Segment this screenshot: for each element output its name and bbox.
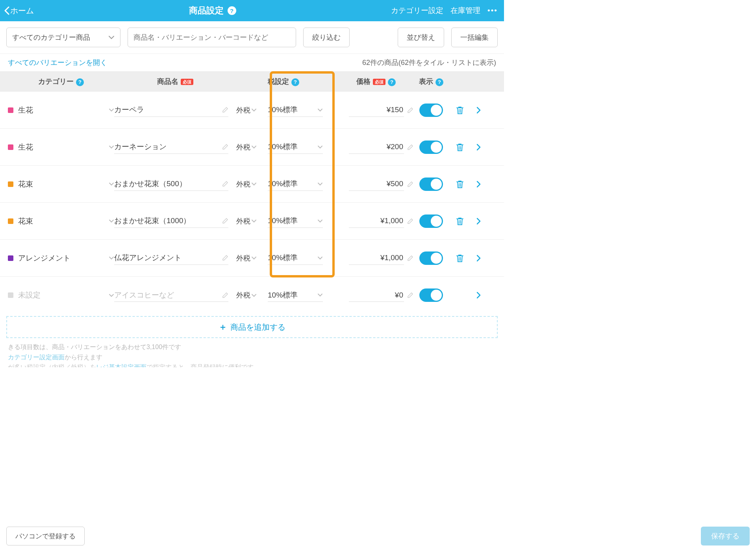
register-settings-link[interactable]: レジ基本設定画面 bbox=[96, 364, 146, 367]
product-name-placeholder: アイスコヒーなど bbox=[114, 290, 174, 300]
tax-mode-cell[interactable]: 外税 bbox=[236, 290, 264, 300]
category-cell[interactable]: 生花 bbox=[8, 142, 114, 152]
display-toggle[interactable] bbox=[419, 214, 443, 228]
help-icon[interactable]: ? bbox=[435, 78, 443, 86]
delete-button[interactable] bbox=[449, 216, 471, 226]
price-value: ¥0 bbox=[395, 291, 403, 300]
price-value: ¥150 bbox=[387, 105, 403, 114]
tax-rate-cell[interactable]: 10%標準 bbox=[264, 288, 339, 302]
help-icon[interactable]: ? bbox=[291, 78, 299, 86]
price-cell[interactable]: ¥500 bbox=[339, 178, 413, 191]
category-name: 生花 bbox=[18, 105, 104, 115]
chevron-down-icon bbox=[317, 256, 323, 260]
nav-stock-management[interactable]: 在庫管理 bbox=[450, 6, 480, 16]
row-expand-button[interactable] bbox=[471, 255, 486, 262]
price-cell[interactable]: ¥1,000 bbox=[339, 214, 413, 228]
product-name-cell[interactable]: カーペラ bbox=[114, 104, 236, 117]
required-badge: 必須 bbox=[373, 79, 385, 85]
price-cell[interactable]: ¥200 bbox=[339, 141, 413, 154]
price-value: ¥1,000 bbox=[380, 253, 403, 262]
chevron-down-icon bbox=[251, 256, 257, 260]
pencil-icon bbox=[222, 144, 228, 150]
row-expand-button[interactable] bbox=[471, 218, 486, 225]
pencil-icon bbox=[407, 181, 413, 187]
tax-mode-cell[interactable]: 外税 bbox=[236, 253, 264, 263]
help-icon[interactable]: ? bbox=[388, 78, 396, 86]
category-cell[interactable]: アレンジメント bbox=[8, 253, 114, 263]
row-expand-button[interactable] bbox=[471, 144, 486, 151]
tax-rate: 10%標準 bbox=[268, 290, 298, 300]
table-row: 生花カーネーション外税10%標準¥200 bbox=[0, 129, 504, 166]
product-name-cell[interactable]: アイスコヒーなど bbox=[114, 288, 236, 302]
table-row: 花束おまかせ花束（500）外税10%標準¥500 bbox=[0, 166, 504, 203]
display-toggle[interactable] bbox=[419, 104, 443, 117]
back-button[interactable]: ホーム bbox=[4, 6, 34, 16]
delete-button[interactable] bbox=[449, 105, 471, 115]
chevron-down-icon bbox=[251, 182, 257, 186]
price-value: ¥200 bbox=[387, 142, 403, 151]
pencil-icon bbox=[407, 218, 413, 224]
display-toggle[interactable] bbox=[419, 288, 443, 302]
price-cell[interactable]: ¥150 bbox=[339, 104, 413, 117]
required-badge: 必須 bbox=[181, 79, 193, 85]
category-swatch bbox=[8, 144, 13, 150]
help-icon[interactable]: ? bbox=[228, 6, 236, 15]
expand-variations-link[interactable]: すべてのバリエーションを開く bbox=[8, 58, 107, 67]
delete-button[interactable] bbox=[449, 142, 471, 152]
tax-rate-cell[interactable]: 10%標準 bbox=[264, 141, 339, 154]
bulk-edit-button[interactable]: 一括編集 bbox=[451, 28, 498, 47]
tax-rate-cell[interactable]: 10%標準 bbox=[264, 251, 339, 265]
pencil-icon bbox=[407, 144, 413, 150]
delete-button[interactable] bbox=[449, 253, 471, 263]
topbar: ホーム 商品設定 ? カテゴリー設定 在庫管理 ••• bbox=[0, 0, 504, 21]
header-name: 商品名必須 bbox=[114, 77, 236, 86]
tax-mode-label: 外税 bbox=[236, 290, 250, 300]
nav-category-settings[interactable]: カテゴリー設定 bbox=[391, 6, 443, 16]
price-cell[interactable]: ¥0 bbox=[339, 288, 413, 302]
chevron-down-icon bbox=[317, 219, 323, 223]
tax-mode-cell[interactable]: 外税 bbox=[236, 105, 264, 115]
delete-button[interactable] bbox=[449, 179, 471, 189]
tax-rate-cell[interactable]: 10%標準 bbox=[264, 214, 339, 228]
product-name-cell[interactable]: カーネーション bbox=[114, 141, 236, 154]
chevron-down-icon bbox=[251, 108, 257, 112]
category-cell[interactable]: 花束 bbox=[8, 216, 114, 226]
category-name: 花束 bbox=[18, 216, 104, 226]
tax-rate-cell[interactable]: 10%標準 bbox=[264, 104, 339, 117]
sort-button[interactable]: 並び替え bbox=[398, 28, 444, 47]
category-cell[interactable]: 未設定 bbox=[8, 290, 114, 300]
tax-mode-cell[interactable]: 外税 bbox=[236, 216, 264, 226]
pencil-icon bbox=[222, 107, 228, 113]
table-row: 花束おまかせ花束（1000）外税10%標準¥1,000 bbox=[0, 203, 504, 240]
search-input[interactable] bbox=[133, 33, 290, 42]
tax-mode-cell[interactable]: 外税 bbox=[236, 142, 264, 152]
product-name-cell[interactable]: おまかせ花束（500） bbox=[114, 178, 236, 191]
price-cell[interactable]: ¥1,000 bbox=[339, 251, 413, 265]
tax-rate-cell[interactable]: 10%標準 bbox=[264, 178, 339, 191]
tax-mode-label: 外税 bbox=[236, 253, 250, 263]
chevron-left-icon bbox=[4, 6, 9, 15]
add-product-button[interactable]: ＋ 商品を追加する bbox=[6, 316, 498, 338]
product-name-cell[interactable]: おまかせ花束（1000） bbox=[114, 214, 236, 228]
help-icon[interactable]: ? bbox=[76, 78, 84, 86]
row-expand-button[interactable] bbox=[471, 292, 486, 299]
category-cell[interactable]: 生花 bbox=[8, 105, 114, 115]
search-input-wrapper bbox=[128, 28, 296, 47]
table-header: カテゴリー? 商品名必須 税設定? 価格必須? 表示? bbox=[0, 71, 504, 92]
tax-mode-cell[interactable]: 外税 bbox=[236, 179, 264, 189]
category-cell[interactable]: 花束 bbox=[8, 179, 114, 189]
chevron-down-icon bbox=[317, 108, 323, 112]
row-expand-button[interactable] bbox=[471, 181, 486, 188]
category-filter-dropdown[interactable]: すべてのカテゴリー商品 bbox=[6, 28, 120, 47]
chevron-down-icon bbox=[317, 182, 323, 186]
product-name-cell[interactable]: 仏花アレンジメント bbox=[114, 251, 236, 265]
category-settings-link[interactable]: カテゴリー設定画面 bbox=[8, 354, 65, 361]
display-toggle[interactable] bbox=[419, 251, 443, 265]
header-price: 価格必須? bbox=[339, 77, 413, 86]
display-toggle[interactable] bbox=[419, 141, 443, 154]
filter-button[interactable]: 絞り込む bbox=[303, 28, 350, 47]
header-display: 表示? bbox=[413, 77, 449, 86]
category-swatch bbox=[8, 181, 13, 187]
display-toggle[interactable] bbox=[419, 178, 443, 191]
row-expand-button[interactable] bbox=[471, 107, 486, 114]
